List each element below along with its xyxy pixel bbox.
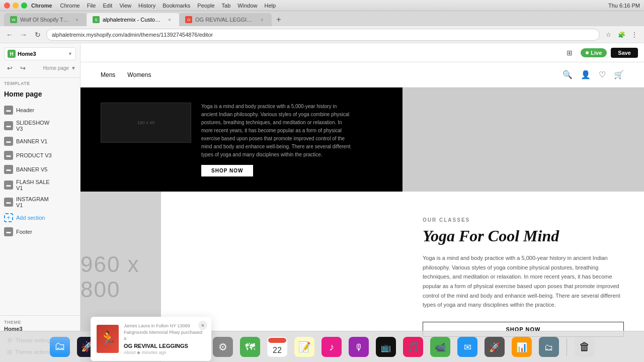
live-badge[interactable]: Live	[581, 48, 607, 57]
tab-close-alpha[interactable]: ×	[166, 16, 173, 23]
url-text: alphaletremix.myshopify.com/admin/themes…	[52, 32, 213, 38]
dock-item-rocket[interactable]: 🚀	[483, 335, 506, 358]
sidebar-item-header[interactable]: ▬ Header	[0, 103, 80, 117]
svg-text:📺: 📺	[381, 343, 391, 352]
sidebar-item-product[interactable]: ▬ PRODUCT V3 👁 ⠿	[0, 148, 80, 162]
menu-edit[interactable]: Edit	[103, 3, 112, 9]
tab-close-wolf[interactable]: ×	[73, 16, 80, 23]
account-icon[interactable]: 👤	[581, 70, 591, 79]
drag-icon-flash[interactable]: ⠿	[68, 181, 76, 189]
menu-help[interactable]: Help	[264, 3, 276, 9]
menu-history[interactable]: History	[138, 3, 155, 9]
back-button[interactable]: ←	[4, 29, 15, 40]
title-bar-right: Thu 6:16 PM	[608, 3, 640, 9]
drag-icon-product[interactable]: ⠿	[68, 151, 76, 159]
popup-product-name: OG REVIVAL LEGGINGS	[124, 343, 205, 349]
dock-item-podcasts[interactable]: 🎙	[347, 335, 370, 358]
menu-tab[interactable]: Tab	[222, 3, 231, 9]
visibility-icon-banner1[interactable]: 👁	[59, 137, 67, 145]
visibility-icon-flash[interactable]: 👁	[59, 181, 67, 189]
sidebar-item-banner5[interactable]: ▬ BANNER V5 👁 ⠿	[0, 162, 80, 176]
sidebar-item-footer[interactable]: ▬ Footer	[0, 225, 80, 239]
undo-button[interactable]: ↩	[4, 62, 15, 73]
maps-icon: 🗺	[240, 337, 260, 357]
dock-item-facetime[interactable]: 📹	[429, 335, 452, 358]
nav-item-womens[interactable]: Womens	[127, 71, 151, 78]
dock-item-settings[interactable]: ⚙	[211, 335, 234, 358]
svg-rect-19	[268, 338, 286, 343]
drag-icon[interactable]: ⠿	[68, 122, 76, 130]
section-icon-instagram: ▬	[4, 198, 13, 207]
menu-view[interactable]: View	[119, 3, 131, 9]
sidebar-item-banner1[interactable]: ▬ BANNER V1 👁 ⠿	[0, 134, 80, 148]
drag-icon-banner5[interactable]: ⠿	[68, 165, 76, 173]
editor-main: ⊞ Live Save Mens Womens 🔍 👤	[80, 43, 644, 362]
desktop-view-icon[interactable]: ⊞	[562, 46, 577, 60]
tab-alphaleteremix[interactable]: S alphaletremix - Customize H... ×	[87, 13, 179, 26]
sidebar-item-slideshow[interactable]: ▬ SLIDESHOW V3 👁 ⠿	[0, 117, 80, 134]
menu-icon[interactable]: ⋮	[629, 29, 640, 40]
tab-wolf[interactable]: W Wolf Of Shopify Theme ×	[4, 13, 87, 26]
dock-item-itunes[interactable]: ♪	[320, 335, 343, 358]
finder-icon: 🗂	[50, 337, 70, 357]
sidebar-item-flash[interactable]: ▬ FLASH SALE V1 👁 ⠿	[0, 176, 80, 194]
forward-button[interactable]: →	[18, 29, 29, 40]
maximize-button[interactable]	[21, 3, 27, 9]
drag-icon-banner1[interactable]: ⠿	[68, 137, 76, 145]
extensions-icon[interactable]: 🧩	[616, 29, 627, 40]
popup-buyer-info: James Laura in Fulton NY 13069 Fairgroun…	[124, 323, 205, 342]
drag-icon-instagram[interactable]: ⠿	[68, 198, 76, 206]
visibility-icon-instagram[interactable]: 👁	[59, 198, 67, 206]
menu-people[interactable]: People	[197, 3, 214, 9]
wishlist-icon[interactable]: ♡	[599, 70, 606, 79]
add-section-icon: +	[4, 213, 13, 222]
visibility-icon-product[interactable]: 👁	[59, 151, 67, 159]
dock-item-mail[interactable]: ✉	[456, 335, 479, 358]
menu-chrome[interactable]: Chrome	[60, 3, 80, 9]
section-icon-slideshow: ▬	[4, 121, 13, 130]
sidebar-item-instagram[interactable]: ▬ INSTAGRAM V1 👁 ⠿	[0, 194, 80, 211]
store-selector[interactable]: H Home3 ▼	[4, 47, 76, 60]
menu-window[interactable]: Window	[237, 3, 257, 9]
visibility-icon-banner5[interactable]: 👁	[59, 165, 67, 173]
dock-item-notes[interactable]: 📝	[293, 335, 316, 358]
dock-item-appletv[interactable]: 📺	[374, 335, 397, 358]
address-bar[interactable]: alphaletremix.myshopify.com/admin/themes…	[46, 29, 600, 41]
menu-file[interactable]: File	[87, 3, 96, 9]
section-icon-banner5: ▬	[4, 165, 13, 174]
dock-item-maps[interactable]: 🗺	[238, 335, 262, 358]
visibility-icon[interactable]: 👁	[59, 122, 67, 130]
svg-text:📹: 📹	[435, 342, 446, 353]
dock-item-finder[interactable]: 🗂	[48, 335, 71, 358]
add-section-button[interactable]: + Add section	[0, 211, 80, 225]
bookmark-icon[interactable]: ☆	[603, 29, 614, 40]
redo-button[interactable]: ↪	[17, 62, 28, 73]
tab-og-revival[interactable]: O OG REVIVAL LEGGINGS - alph... ×	[179, 13, 272, 26]
new-tab-button[interactable]: +	[272, 13, 286, 26]
svg-text:🎙: 🎙	[354, 342, 363, 352]
cart-icon[interactable]: 🛒	[614, 70, 624, 79]
search-icon[interactable]: 🔍	[562, 70, 573, 79]
reload-button[interactable]: ↻	[32, 29, 43, 40]
popup-close-button[interactable]: ×	[198, 321, 207, 330]
template-section-label: TEMPLATE	[0, 78, 80, 87]
preview-area: Mens Womens 🔍 👤 ♡ 🛒 1	[80, 62, 644, 362]
save-button[interactable]: Save	[611, 48, 638, 58]
dock-item-app1[interactable]: 📊	[510, 335, 533, 358]
menu-bookmarks[interactable]: Bookmarks	[163, 3, 190, 9]
minimize-button[interactable]	[13, 3, 19, 9]
hero-shop-now-button[interactable]: SHOP NOW	[201, 165, 253, 176]
dock-item-music[interactable]: 🎵	[401, 335, 425, 358]
close-button[interactable]	[4, 3, 10, 9]
page-title-sidebar: Home page	[0, 87, 80, 101]
dock-item-trash[interactable]: 🗑	[573, 335, 596, 358]
template-chevron-icon: ▼	[71, 65, 76, 71]
dock-item-app2[interactable]: 🗂	[537, 335, 560, 358]
store-name: Home3	[18, 51, 66, 57]
popup-notification: 🏃 James Laura in Fulton NY 13069 Fairgro…	[91, 317, 211, 361]
tab-favicon-og: O	[185, 16, 192, 23]
dock-item-calendar[interactable]: 22	[266, 335, 289, 358]
settings-icon: ⚙	[213, 337, 233, 357]
tab-close-og[interactable]: ×	[259, 16, 266, 23]
nav-item-mens[interactable]: Mens	[101, 71, 115, 78]
